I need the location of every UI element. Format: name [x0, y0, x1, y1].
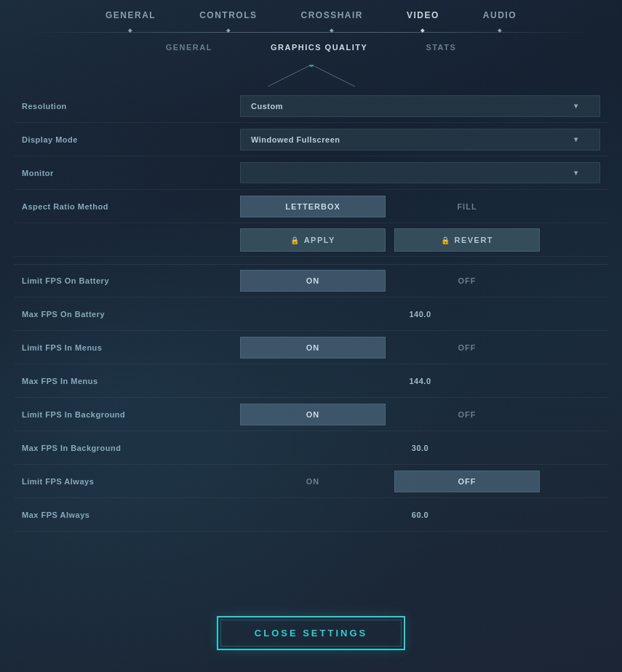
max-fps-background-value: 30.0 — [240, 444, 600, 452]
close-settings-button[interactable]: CLOSE SETTINGS — [217, 616, 405, 650]
setting-controls-limit-fps-background: On Off — [240, 404, 600, 425]
max-fps-always-value: 60.0 — [240, 511, 600, 519]
sub-nav-item-graphics-quality[interactable]: GRAPHICS QUALITY — [271, 43, 367, 55]
setting-row-limit-fps-always: Limit FPS Always On Off — [15, 465, 607, 498]
aspect-ratio-letterbox-btn[interactable]: Letterbox — [240, 196, 386, 217]
setting-controls-limit-fps-menus: On Off — [240, 337, 600, 359]
svg-line-2 — [268, 79, 282, 87]
setting-controls-aspect-ratio: Letterbox Fill — [240, 196, 600, 217]
limit-fps-always-on-btn[interactable]: On — [240, 471, 386, 492]
limit-fps-background-on-btn[interactable]: On — [240, 404, 386, 425]
setting-label-limit-fps-menus: Limit FPS in Menus — [22, 343, 240, 352]
revert-button[interactable]: 🔒REVERT — [394, 228, 540, 252]
setting-label-limit-fps-always: Limit FPS Always — [22, 477, 240, 486]
apply-revert-controls: 🔒APPLY 🔒REVERT — [240, 228, 600, 252]
setting-label-limit-fps-background: Limit FPS in Background — [22, 410, 240, 419]
dropdown-arrow-icon: ▾ — [574, 135, 578, 143]
svg-line-3 — [340, 79, 355, 87]
limit-fps-battery-on-btn[interactable]: On — [240, 270, 386, 292]
setting-row-aspect-ratio: Aspect Ratio Method Letterbox Fill — [15, 190, 607, 223]
limit-fps-always-off-btn[interactable]: Off — [394, 471, 540, 492]
top-nav-item-crosshair[interactable]: CROSSHAIR — [300, 10, 363, 26]
limit-fps-always-toggle-group: On Off — [240, 471, 540, 492]
sub-nav: GENERAL GRAPHICS QUALITY STATS — [0, 33, 622, 65]
setting-row-limit-fps-menus: Limit FPS in Menus On Off — [15, 331, 607, 364]
svg-line-1 — [311, 65, 340, 79]
setting-controls-limit-fps-always: On Off — [240, 471, 600, 492]
lock-apply-icon: 🔒 — [290, 236, 300, 244]
display-mode-dropdown[interactable]: Windowed Fullscreen ▾ — [240, 129, 600, 151]
limit-fps-menus-off-btn[interactable]: Off — [394, 337, 540, 358]
monitor-dropdown[interactable]: ▾ — [240, 162, 600, 183]
setting-label-aspect-ratio: Aspect Ratio Method — [22, 202, 240, 211]
svg-line-0 — [282, 65, 311, 79]
setting-row-resolution: Resolution Custom ▾ — [15, 89, 607, 123]
setting-row-max-fps-always: Max FPS Always 60.0 — [15, 498, 607, 532]
limit-fps-background-toggle-group: On Off — [240, 404, 540, 425]
setting-label-resolution: Resolution — [22, 102, 240, 111]
setting-label-max-fps-background: Max FPS in Background — [22, 444, 240, 452]
sub-nav-item-general[interactable]: GENERAL — [166, 43, 212, 55]
setting-controls-resolution: Custom ▾ — [240, 95, 600, 117]
setting-row-display-mode: Display Mode Windowed Fullscreen ▾ — [15, 123, 607, 156]
limit-fps-menus-toggle-group: On Off — [240, 337, 540, 359]
setting-row-max-fps-background: Max FPS in Background 30.0 — [15, 431, 607, 465]
dropdown-arrow-icon: ▾ — [574, 169, 578, 177]
max-fps-menus-value: 144.0 — [240, 377, 600, 385]
setting-controls-max-fps-background: 30.0 — [240, 444, 600, 452]
setting-label-monitor: Monitor — [22, 169, 240, 177]
setting-row-limit-fps-background: Limit FPS in Background On Off — [15, 398, 607, 431]
sub-nav-item-stats[interactable]: STATS — [426, 43, 456, 55]
setting-controls-monitor: ▾ — [240, 162, 600, 183]
apply-revert-row: 🔒APPLY 🔒REVERT — [15, 223, 607, 257]
setting-row-max-fps-menus: Max FPS in Menus 144.0 — [15, 364, 607, 398]
top-nav-item-controls[interactable]: CONTROLS — [199, 10, 257, 26]
limit-fps-battery-off-btn[interactable]: Off — [394, 271, 540, 291]
aspect-ratio-toggle-group: Letterbox Fill — [240, 196, 540, 217]
settings-area: Resolution Custom ▾ Display Mode Windowe… — [0, 89, 622, 601]
setting-controls-max-fps-menus: 144.0 — [240, 377, 600, 385]
lock-revert-icon: 🔒 — [441, 236, 451, 244]
max-fps-battery-value: 140.0 — [240, 310, 600, 319]
setting-row-max-fps-battery: Max FPS on Battery 140.0 — [15, 297, 607, 331]
limit-fps-background-off-btn[interactable]: Off — [394, 404, 540, 425]
apply-label: APPLY — [304, 236, 335, 244]
display-mode-value: Windowed Fullscreen — [251, 135, 340, 144]
apply-button[interactable]: 🔒APPLY — [240, 228, 386, 252]
setting-controls-limit-fps-battery: On Off — [240, 270, 600, 292]
top-nav-item-audio[interactable]: AUDIO — [483, 10, 517, 26]
top-nav-item-general[interactable]: GENERAL — [105, 10, 156, 26]
revert-label: REVERT — [454, 236, 493, 244]
setting-row-limit-fps-battery: Limit FPS on Battery On Off — [15, 264, 607, 297]
resolution-value: Custom — [251, 102, 283, 111]
setting-label-max-fps-always: Max FPS Always — [22, 511, 240, 519]
dropdown-arrow-icon: ▾ — [574, 102, 578, 110]
setting-label-max-fps-battery: Max FPS on Battery — [22, 310, 240, 319]
aspect-ratio-fill-btn[interactable]: Fill — [394, 196, 540, 217]
close-btn-container: CLOSE SETTINGS — [0, 601, 622, 672]
setting-label-display-mode: Display Mode — [22, 135, 240, 144]
limit-fps-menus-on-btn[interactable]: On — [240, 337, 386, 359]
setting-label-max-fps-menus: Max FPS in Menus — [22, 377, 240, 385]
setting-row-monitor: Monitor ▾ — [15, 156, 607, 190]
sub-nav-decoration — [0, 65, 622, 87]
limit-fps-battery-toggle-group: On Off — [240, 270, 540, 292]
setting-label-limit-fps-battery: Limit FPS on Battery — [22, 276, 240, 285]
setting-controls-display-mode: Windowed Fullscreen ▾ — [240, 129, 600, 151]
top-nav-item-video[interactable]: VIDEO — [407, 10, 439, 26]
setting-controls-max-fps-always: 60.0 — [240, 511, 600, 519]
top-nav: GENERAL CONTROLS CROSSHAIR VIDEO AUDIO — [0, 0, 622, 26]
svg-point-4 — [309, 65, 314, 67]
resolution-dropdown[interactable]: Custom ▾ — [240, 95, 600, 117]
setting-controls-max-fps-battery: 140.0 — [240, 310, 600, 319]
